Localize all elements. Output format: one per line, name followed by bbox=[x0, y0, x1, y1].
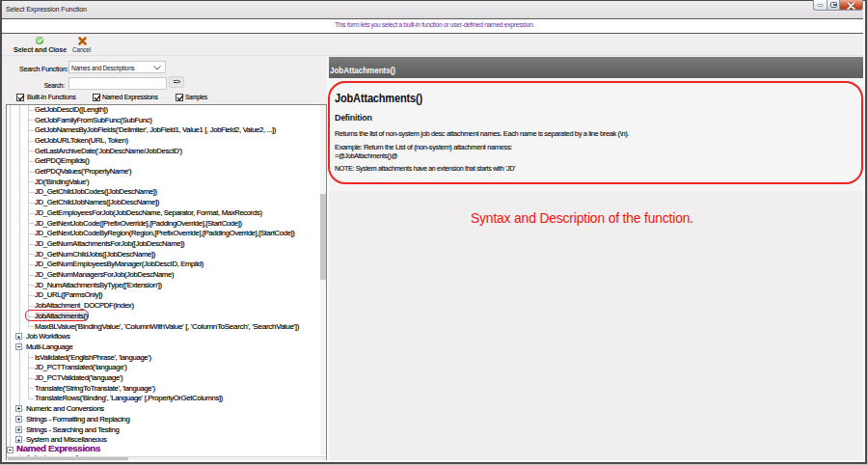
info-message: This form lets you select a built-in fun… bbox=[335, 19, 534, 30]
search-function-value: Names and Descriptions bbox=[71, 64, 134, 72]
tree-expander-plus[interactable] bbox=[15, 333, 22, 340]
tree-connector bbox=[28, 398, 34, 399]
tree-item[interactable]: GetJobDescID([Length]) bbox=[35, 105, 108, 114]
tree-expander-plus[interactable] bbox=[15, 436, 22, 443]
tree-connector bbox=[28, 192, 34, 193]
tree-hscrollbar-thumb[interactable] bbox=[8, 457, 128, 462]
tree-connector bbox=[28, 264, 34, 265]
tree-expander-minus[interactable] bbox=[15, 343, 22, 350]
tree-vscrollbar-thumb[interactable] bbox=[320, 194, 326, 280]
cancel-button[interactable]: Cancel bbox=[0, 34, 96, 56]
tree-connector bbox=[28, 110, 34, 111]
title-bar[interactable]: Select Expression Function bbox=[0, 1, 868, 18]
tree-item[interactable]: Job Workflows bbox=[26, 332, 70, 341]
search-input[interactable] bbox=[68, 77, 167, 90]
tree-item[interactable]: Named Expressions bbox=[16, 443, 100, 453]
tree-item[interactable]: GetJobNamesByJobFields('Delimiter', JobF… bbox=[35, 125, 276, 134]
tree-expander-minus[interactable] bbox=[7, 447, 14, 453]
tree-item[interactable]: GetJobURLToken(URL, Token) bbox=[35, 136, 128, 145]
cancel-icon bbox=[78, 37, 87, 45]
tree-item[interactable]: JD_NumAttachmentsByType(['Extension']) bbox=[35, 281, 162, 289]
tree-connector bbox=[28, 181, 34, 182]
tree-item[interactable]: JD('BindingValue') bbox=[35, 178, 89, 186]
tree-expander-plus[interactable] bbox=[15, 405, 22, 412]
tree-item[interactable]: JD_GetNextJobCode([PrefixOverride],[Padd… bbox=[35, 219, 242, 228]
tree-item[interactable]: Strings - Formatting and Replacing bbox=[26, 415, 129, 424]
checkmark-icon bbox=[176, 95, 184, 101]
search-go-button[interactable]: => bbox=[169, 76, 184, 88]
tree-connector bbox=[23, 420, 25, 421]
caption-buttons bbox=[813, 0, 863, 11]
tree-connector bbox=[28, 213, 34, 214]
tree-connector bbox=[28, 388, 34, 389]
tree-connector bbox=[28, 120, 34, 121]
tree-connector bbox=[28, 326, 34, 327]
filter-checkbox-1[interactable] bbox=[93, 94, 100, 101]
tree-connector bbox=[28, 233, 34, 234]
tree-guide-leaf1 bbox=[28, 105, 29, 326]
tree-item[interactable]: JD_GetChildJobCodes([JobDescName]) bbox=[35, 187, 157, 196]
minimize-icon bbox=[817, 4, 824, 8]
info-bar: This form lets you select a built-in fun… bbox=[0, 18, 868, 34]
tree-item[interactable]: JD_PCTTranslated('language') bbox=[35, 363, 127, 371]
close-icon bbox=[847, 2, 855, 10]
maximize-button[interactable] bbox=[827, 0, 840, 11]
tree-item[interactable]: JobAttachment_DOCPDF(index) bbox=[35, 301, 134, 310]
tree-item[interactable]: Multi-Language bbox=[26, 342, 72, 351]
checkmark-icon bbox=[17, 95, 25, 101]
tree-expander-plus[interactable] bbox=[15, 426, 22, 433]
tree-item[interactable]: JD_GetNumManagersForJob(JobDescName) bbox=[35, 270, 174, 279]
filter-checkbox-2[interactable] bbox=[176, 94, 183, 101]
tree-item[interactable]: GetPDQEmplids() bbox=[35, 156, 90, 165]
search-function-label: Search Function: bbox=[14, 65, 66, 73]
detail-header-text: JobAttachments() bbox=[330, 65, 395, 75]
toolbar: Select and Close Cancel bbox=[0, 34, 868, 56]
tree-connector bbox=[28, 244, 34, 245]
tree-connector bbox=[28, 203, 34, 204]
tree-connector bbox=[28, 295, 34, 296]
search-function-select[interactable]: Names and Descriptions bbox=[68, 61, 166, 73]
tree-item[interactable]: IsValidated('EnglishPhrase', 'language') bbox=[35, 353, 151, 362]
tree-connector bbox=[23, 440, 25, 441]
tree-item[interactable]: TranslateRows('Binding', 'Language' [,Pr… bbox=[35, 394, 223, 402]
filter-checkbox-0[interactable] bbox=[16, 94, 24, 101]
close-button[interactable] bbox=[840, 0, 863, 11]
tree-connector bbox=[28, 378, 34, 379]
tree-item[interactable]: JD_URL([ParmsOnly]) bbox=[35, 290, 102, 299]
tree-item[interactable]: JD_GetEmployeesForJob(JobDescName, Separ… bbox=[35, 208, 262, 217]
tree-connector bbox=[28, 172, 34, 173]
tree-connector bbox=[28, 368, 34, 369]
tree-item[interactable]: JD_GetNextJobCodeByRegion(Region,[Prefix… bbox=[35, 229, 295, 237]
chevron-down-icon bbox=[153, 66, 161, 70]
tree-item[interactable]: GetPDQValues('PropertyName') bbox=[35, 167, 131, 176]
annotation-caption: Syntax and Description of the function. bbox=[471, 210, 693, 226]
tree-item[interactable]: JD_GetChildJobNames([JobDescName]) bbox=[35, 198, 159, 206]
tree-item[interactable]: JD_GetNumAttachmentsForJob([JobDescName]… bbox=[35, 239, 184, 248]
tree-item[interactable]: GetJobFamilyFromSubFunc(SubFunc) bbox=[35, 116, 151, 124]
tree-item[interactable]: JD_GetNumEmployeesByManager(JobDescID, E… bbox=[35, 260, 203, 268]
detail-header-bar: JobAttachments() bbox=[329, 57, 864, 79]
minimize-button[interactable] bbox=[813, 0, 827, 11]
tree-guide-root bbox=[10, 105, 11, 451]
tree-item[interactable]: MaxBLValue('BindingValue', 'ColumnWithVa… bbox=[35, 322, 299, 331]
tree-item[interactable]: Translate('StringToTranslate', 'language… bbox=[35, 384, 155, 393]
tree-item[interactable]: Numeric and Conversions bbox=[26, 404, 104, 413]
tree-item[interactable]: GetLastArchiveDate('JobDescName/JobDescI… bbox=[35, 147, 182, 155]
tree-connector bbox=[23, 409, 25, 410]
annotation-rectangle bbox=[328, 81, 863, 184]
tree-item[interactable]: Strings - Searching and Testing bbox=[26, 425, 119, 434]
annotation-oval bbox=[25, 310, 89, 321]
tree-connector bbox=[14, 451, 16, 451]
tree-item[interactable]: JD_PCTValidated('language') bbox=[35, 373, 122, 382]
tree-item[interactable]: JD_GetNumChildJobs([JobDescName]) bbox=[35, 250, 155, 259]
tree-connector bbox=[28, 161, 34, 162]
tree-guide-category bbox=[19, 105, 20, 440]
window-title: Select Expression Function bbox=[6, 5, 87, 14]
tree-connector bbox=[28, 254, 34, 255]
tree-expander-plus[interactable] bbox=[15, 416, 22, 423]
tree-connector bbox=[28, 130, 34, 131]
function-tree[interactable]: GetJobDescID([Length])GetJobFamilyFromSu… bbox=[6, 104, 327, 463]
tree-connector bbox=[23, 337, 25, 338]
tree-vscrollbar[interactable] bbox=[320, 105, 327, 455]
tree-connector bbox=[28, 141, 34, 142]
